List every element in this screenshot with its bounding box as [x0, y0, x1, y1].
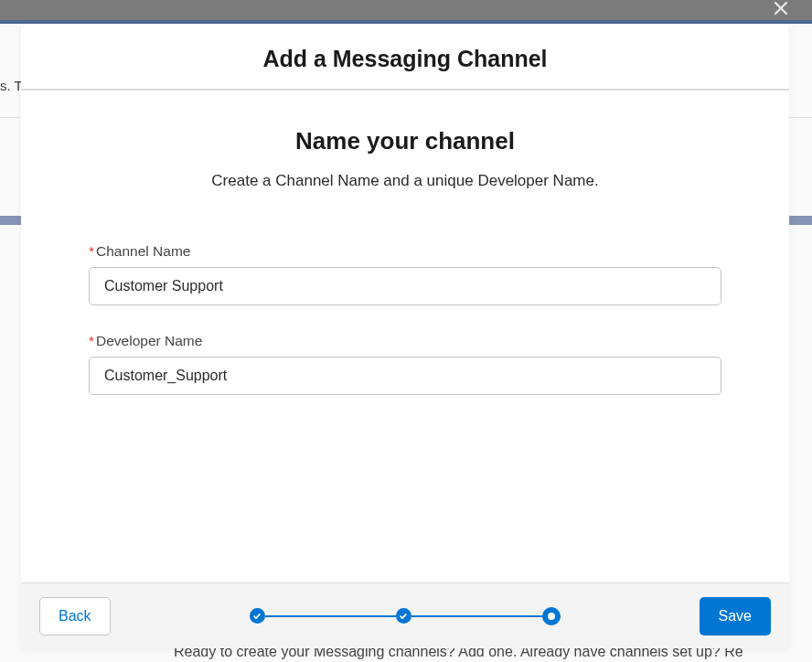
channel-name-input[interactable] — [89, 267, 721, 305]
step-1-complete — [250, 608, 265, 624]
modal-body: Name your channel Create a Channel Name … — [21, 91, 789, 582]
check-icon — [252, 612, 262, 621]
developer-name-group: *Developer Name — [89, 333, 721, 395]
close-button[interactable] — [772, 0, 790, 21]
save-button[interactable]: Save — [700, 597, 771, 635]
progress-stepper — [250, 607, 561, 625]
required-indicator: * — [89, 333, 94, 348]
required-indicator: * — [89, 243, 94, 259]
developer-name-input[interactable] — [89, 357, 721, 395]
step-2-complete — [396, 608, 411, 624]
label-text: Developer Name — [96, 333, 202, 348]
modal-subtitle: Name your channel — [89, 127, 721, 155]
modal-description: Create a Channel Name and a unique Devel… — [89, 172, 721, 190]
step-connector — [265, 615, 396, 617]
backdrop-dim-bar — [0, 0, 812, 20]
back-button[interactable]: Back — [39, 597, 111, 635]
label-text: Channel Name — [96, 243, 190, 259]
developer-name-label: *Developer Name — [89, 333, 721, 349]
step-3-current — [542, 607, 561, 625]
modal-header: Add a Messaging Channel — [21, 24, 789, 91]
modal-title: Add a Messaging Channel — [39, 46, 771, 72]
close-icon — [772, 0, 790, 17]
backdrop-text-fragment: s. T — [0, 78, 23, 93]
step-connector — [411, 615, 542, 617]
channel-name-group: *Channel Name — [89, 243, 721, 305]
channel-name-label: *Channel Name — [89, 243, 721, 260]
messaging-channel-modal: Add a Messaging Channel Name your channe… — [21, 24, 789, 648]
modal-footer: Back Save — [21, 582, 789, 648]
check-icon — [399, 612, 408, 621]
